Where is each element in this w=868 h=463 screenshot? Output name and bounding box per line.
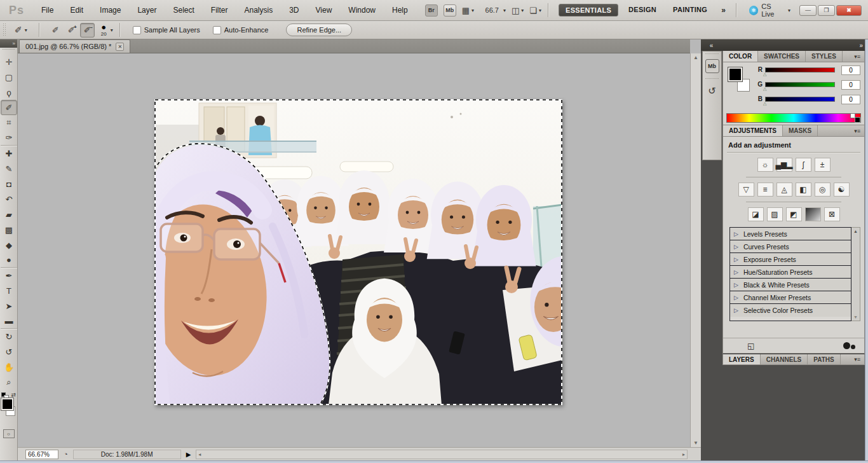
gradient-tool[interactable]: ▩ bbox=[1, 222, 17, 237]
foreground-color-swatch[interactable] bbox=[1, 398, 13, 410]
checkbox-box[interactable] bbox=[133, 26, 141, 34]
curves-icon[interactable]: ʃ bbox=[796, 158, 811, 172]
foreground-color-well[interactable] bbox=[728, 67, 742, 81]
scroll-right-icon[interactable]: ▸ bbox=[682, 452, 685, 457]
hue-saturation-icon[interactable]: ≡ bbox=[757, 183, 773, 197]
tab-channels[interactable]: CHANNELS bbox=[761, 354, 808, 364]
default-colors-icon[interactable] bbox=[1, 392, 6, 397]
posterize-icon[interactable]: ▨ bbox=[767, 207, 783, 221]
slider-marker-icon[interactable]: △ bbox=[763, 72, 766, 77]
preset-row[interactable]: ▷ Exposure Presets bbox=[730, 253, 851, 266]
type-tool[interactable]: T bbox=[1, 283, 17, 298]
crop-tool[interactable]: ⌗ bbox=[1, 115, 17, 130]
channel-value-field[interactable]: 0 bbox=[841, 66, 860, 75]
zoom-level-control[interactable]: 66.7 ▾ bbox=[480, 5, 506, 15]
view-extras-button[interactable]: ▦ ▾ bbox=[462, 6, 474, 15]
options-bar-grip[interactable] bbox=[3, 23, 7, 37]
photo-filter-icon[interactable]: ◎ bbox=[815, 183, 831, 197]
preset-row[interactable]: ▷ Channel Mixer Presets bbox=[730, 291, 851, 304]
mini-bridge-panel-icon[interactable]: Mb bbox=[705, 59, 719, 73]
refine-edge-button[interactable]: Refine Edge... bbox=[286, 24, 352, 36]
arrange-documents-button[interactable]: ◫ ▾ bbox=[512, 6, 524, 15]
document-tab-close-icon[interactable]: ✕ bbox=[116, 43, 124, 51]
eyedropper-tool[interactable]: ✑ bbox=[1, 130, 17, 146]
launch-bridge-button[interactable]: Br bbox=[425, 4, 438, 17]
preset-row[interactable]: ▷ Hue/Saturation Presets bbox=[730, 266, 851, 279]
pen-tool[interactable]: ✒ bbox=[1, 268, 17, 283]
workspace-overflow-button[interactable]: » bbox=[717, 6, 729, 15]
tool-preset-picker[interactable]: ✐ ▾ bbox=[10, 25, 32, 35]
expand-triangle-icon[interactable]: ▷ bbox=[734, 244, 738, 250]
workspace-essentials[interactable]: ESSENTIALS bbox=[559, 4, 618, 17]
minimize-button[interactable]: — bbox=[799, 5, 817, 16]
selective-color-icon[interactable]: ⊠ bbox=[824, 207, 840, 221]
channel-value-field[interactable]: 0 bbox=[841, 95, 860, 104]
swap-colors-icon[interactable]: ⇄ bbox=[11, 392, 16, 398]
quick-selection-tool[interactable]: ✐ bbox=[1, 100, 17, 115]
channel-slider[interactable] bbox=[765, 97, 835, 102]
preset-row[interactable]: ▷ Selective Color Presets bbox=[730, 304, 851, 317]
slider-marker-icon[interactable]: △ bbox=[763, 101, 766, 106]
clone-stamp-tool[interactable]: ◘ bbox=[1, 176, 17, 191]
close-button[interactable]: ✖ bbox=[836, 5, 862, 16]
menu-item[interactable]: Help bbox=[384, 0, 416, 21]
eraser-tool[interactable]: ▰ bbox=[1, 207, 17, 222]
slider-marker-icon[interactable]: △ bbox=[763, 86, 766, 92]
menu-item[interactable]: Window bbox=[340, 0, 384, 21]
lasso-tool[interactable]: ϙ bbox=[1, 85, 17, 100]
visibility-toggle-icon[interactable] bbox=[843, 342, 855, 349]
brightness-contrast-icon[interactable]: ☼ bbox=[757, 158, 773, 172]
invert-icon[interactable]: ◪ bbox=[748, 207, 764, 221]
3d-orbit-tool[interactable]: ↺ bbox=[1, 344, 17, 359]
3d-rotate-tool[interactable]: ↻ bbox=[1, 329, 17, 344]
status-zoom-field[interactable]: 66.67% bbox=[25, 450, 58, 459]
restore-button[interactable]: ❐ bbox=[818, 5, 835, 16]
tools-panel-collapse[interactable]: » bbox=[0, 39, 17, 48]
panel-menu-icon[interactable]: ▾≡ bbox=[854, 354, 864, 364]
threshold-icon[interactable]: ◩ bbox=[786, 207, 802, 221]
marquee-tool[interactable]: ▢ bbox=[1, 69, 17, 85]
panel-menu-icon[interactable]: ▾≡ bbox=[854, 51, 864, 62]
shape-tool[interactable]: ▬ bbox=[1, 314, 17, 329]
tab-color[interactable]: COLOR bbox=[723, 51, 758, 62]
channel-slider[interactable] bbox=[765, 67, 835, 73]
checkbox-box[interactable] bbox=[213, 26, 221, 34]
levels-icon[interactable]: ▄▆▂ bbox=[776, 158, 792, 172]
brush-tool[interactable]: ✎ bbox=[1, 161, 17, 176]
document-tab[interactable]: 001.jpg @ 66.7% (RGB/8) * ✕ bbox=[19, 39, 130, 53]
tab-styles[interactable]: STYLES bbox=[806, 51, 843, 62]
tab-masks[interactable]: MASKS bbox=[783, 125, 818, 136]
zoom-tool[interactable]: ⌕ bbox=[1, 375, 17, 390]
zoom-level-value[interactable]: 66.7 bbox=[480, 5, 501, 15]
menu-item[interactable]: Layer bbox=[129, 0, 165, 21]
screen-mode-button[interactable]: ❏ ▾ bbox=[529, 6, 541, 15]
exposure-icon[interactable]: ± bbox=[815, 158, 831, 172]
brush-size-picker[interactable]: ● 20 bbox=[101, 23, 107, 37]
expand-triangle-icon[interactable]: ▷ bbox=[734, 269, 738, 275]
scroll-left-icon[interactable]: ◂ bbox=[198, 452, 201, 457]
color-balance-icon[interactable]: ◬ bbox=[776, 183, 792, 197]
launch-mini-bridge-button[interactable]: Mb bbox=[444, 4, 456, 17]
channel-slider[interactable] bbox=[765, 82, 835, 87]
vertical-scrollbar[interactable]: ▲ ▼ bbox=[690, 53, 701, 447]
menu-item[interactable]: Image bbox=[92, 0, 129, 21]
expand-triangle-icon[interactable]: ▷ bbox=[734, 307, 738, 314]
auto-enhance-checkbox[interactable]: Auto-Enhance bbox=[213, 26, 269, 34]
history-brush-tool[interactable]: ↶ bbox=[1, 191, 17, 207]
subtract-from-selection-mode[interactable]: ✐ – bbox=[80, 23, 95, 38]
menu-item[interactable]: Select bbox=[165, 0, 202, 21]
tab-adjustments[interactable]: ADJUSTMENTS bbox=[723, 125, 783, 136]
menu-item[interactable]: Edit bbox=[62, 0, 92, 21]
scroll-up-icon[interactable]: ▲ bbox=[693, 55, 698, 60]
scroll-down-icon[interactable]: ▼ bbox=[853, 315, 858, 319]
channel-value-field[interactable]: 0 bbox=[841, 80, 860, 90]
preset-scrollbar[interactable]: ▲ ▼ bbox=[851, 227, 860, 321]
quick-mask-button[interactable]: ○ bbox=[3, 429, 15, 438]
scroll-up-icon[interactable]: ▲ bbox=[853, 229, 858, 233]
tab-swatches[interactable]: SWATCHES bbox=[758, 51, 806, 62]
expand-triangle-icon[interactable]: ▷ bbox=[734, 256, 738, 263]
expand-dock-icon[interactable]: « bbox=[701, 42, 722, 49]
tab-layers[interactable]: LAYERS bbox=[723, 354, 761, 364]
history-panel-icon[interactable]: ↺ bbox=[705, 84, 719, 98]
menu-item[interactable]: Filter bbox=[203, 0, 236, 21]
